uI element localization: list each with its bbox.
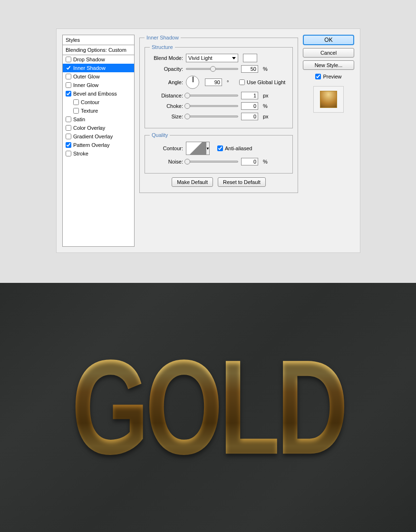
contour-picker[interactable]: [186, 142, 206, 155]
preview-checkbox[interactable]: [315, 74, 321, 79]
checkbox-inner-shadow[interactable]: [66, 65, 71, 71]
structure-legend: Structure: [150, 44, 175, 50]
checkbox-color-overlay[interactable]: [66, 125, 71, 131]
style-texture[interactable]: Texture: [63, 106, 134, 115]
styles-list-panel: Styles Blending Options: Custom Drop Sha…: [62, 35, 135, 247]
opacity-label: Opacity:: [150, 66, 183, 72]
distance-slider[interactable]: [186, 95, 238, 97]
quality-group: Quality Contour: ▼ Anti-aliased: [145, 132, 293, 174]
layer-style-dialog: Styles Blending Options: Custom Drop Sha…: [56, 29, 360, 253]
checkbox-pattern-overlay[interactable]: [66, 142, 71, 148]
new-style-button[interactable]: New Style...: [303, 60, 354, 70]
checkbox-texture[interactable]: [73, 108, 79, 114]
slider-thumb-icon[interactable]: [210, 66, 216, 72]
slider-thumb-icon[interactable]: [184, 159, 190, 164]
noise-label: Noise:: [150, 159, 183, 164]
make-default-button[interactable]: Make Default: [172, 177, 213, 187]
settings-panel: Inner Shadow Structure Blend Mode: Vivid…: [139, 35, 298, 247]
noise-slider[interactable]: [186, 161, 238, 163]
slider-thumb-icon[interactable]: [184, 93, 190, 98]
checkbox-outer-glow[interactable]: [66, 74, 71, 79]
style-gradient-overlay[interactable]: Gradient Overlay: [63, 132, 134, 141]
size-input[interactable]: [241, 113, 258, 120]
style-inner-shadow[interactable]: Inner Shadow: [63, 64, 134, 72]
checkbox-bevel-emboss[interactable]: [66, 91, 71, 97]
reset-default-button[interactable]: Reset to Default: [218, 177, 266, 187]
quality-legend: Quality: [150, 132, 170, 138]
style-bevel-emboss[interactable]: Bevel and Emboss: [63, 89, 134, 98]
structure-group: Structure Blend Mode: Vivid Light Opacit…: [145, 44, 293, 128]
styles-header[interactable]: Styles: [63, 35, 134, 45]
style-inner-glow[interactable]: Inner Glow: [63, 81, 134, 89]
size-slider[interactable]: [186, 116, 238, 117]
cancel-button[interactable]: Cancel: [303, 48, 354, 58]
blend-mode-label: Blend Mode:: [150, 55, 183, 61]
blend-mode-select[interactable]: Vivid Light: [186, 54, 238, 62]
slider-thumb-icon[interactable]: [184, 114, 190, 119]
style-pattern-overlay[interactable]: Pattern Overlay: [63, 141, 134, 149]
checkbox-gradient-overlay[interactable]: [66, 134, 71, 139]
style-outer-glow[interactable]: Outer Glow: [63, 72, 134, 81]
choke-input[interactable]: [241, 102, 258, 110]
gold-text: GOLD: [71, 330, 345, 485]
style-contour[interactable]: Contour: [63, 98, 134, 106]
ok-button[interactable]: OK: [303, 35, 354, 45]
angle-dial[interactable]: [186, 76, 199, 89]
distance-input[interactable]: [241, 92, 258, 99]
distance-label: Distance:: [150, 93, 183, 98]
style-stroke[interactable]: Stroke: [63, 149, 134, 158]
style-color-overlay[interactable]: Color Overlay: [63, 124, 134, 132]
checkbox-drop-shadow[interactable]: [66, 57, 71, 62]
opacity-input[interactable]: [241, 65, 258, 73]
dialog-side-panel: OK Cancel New Style... Preview: [303, 35, 354, 247]
angle-input[interactable]: [205, 78, 222, 86]
size-label: Size:: [150, 114, 183, 119]
angle-hand-icon: [193, 77, 193, 82]
opacity-slider[interactable]: [186, 68, 238, 70]
checkbox-stroke[interactable]: [66, 151, 71, 156]
preview-thumbnail: [313, 86, 344, 113]
inner-shadow-group: Inner Shadow Structure Blend Mode: Vivid…: [139, 35, 298, 193]
choke-slider[interactable]: [186, 105, 238, 107]
blending-options[interactable]: Blending Options: Custom: [63, 45, 134, 55]
style-drop-shadow[interactable]: Drop Shadow: [63, 55, 134, 64]
choke-label: Choke:: [150, 103, 183, 109]
noise-input[interactable]: [241, 158, 258, 165]
use-global-light-checkbox[interactable]: [239, 79, 245, 85]
angle-label: Angle:: [150, 79, 183, 85]
slider-thumb-icon[interactable]: [184, 103, 190, 109]
style-satin[interactable]: Satin: [63, 115, 134, 124]
contour-label: Contour:: [150, 145, 183, 151]
checkbox-contour[interactable]: [73, 99, 79, 105]
panel-title: Inner Shadow: [145, 35, 181, 40]
chevron-down-icon: [232, 57, 236, 59]
checkbox-inner-glow[interactable]: [66, 82, 71, 88]
result-preview: GOLD: [0, 283, 416, 532]
preview-swatch-icon: [320, 91, 337, 108]
checkbox-satin[interactable]: [66, 116, 71, 122]
anti-aliased-checkbox[interactable]: [217, 145, 223, 151]
blend-color-swatch[interactable]: [243, 54, 257, 62]
contour-dropdown[interactable]: ▼: [206, 142, 210, 155]
